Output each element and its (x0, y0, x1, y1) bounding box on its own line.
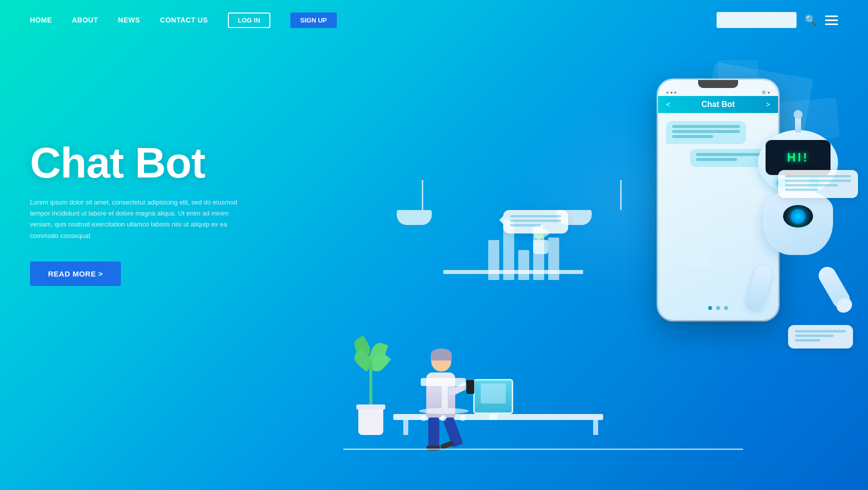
hamburger-line-3 (825, 24, 838, 25)
phone-notch (698, 80, 738, 88)
bubble-right1-line-2 (785, 180, 851, 182)
login-button[interactable]: LOG IN (228, 12, 270, 28)
chair-wheels (421, 415, 466, 421)
person-hair (431, 348, 452, 360)
office-scene (343, 150, 693, 450)
floor-line (343, 448, 743, 450)
phone-dot-3 (724, 306, 728, 310)
shelf-board (443, 270, 583, 274)
hero-description: Lorem ipsum dolor sit amet, consectetur … (30, 197, 240, 241)
hero-title: Chat Bot (30, 140, 280, 185)
phone-title: Chat Bot (702, 100, 735, 109)
bar-3 (518, 250, 529, 280)
robot-body (763, 190, 833, 255)
nav-about[interactable]: ABOUT (72, 16, 98, 24)
lamp-shade-left (397, 210, 432, 225)
shelf-plant (533, 240, 548, 254)
phone-status-bar: ● ● ● ⌘ ● (658, 88, 778, 96)
navbar: HOME ABOUT NEWS CONTACT US LOG IN SIGN U… (0, 0, 868, 40)
chat-line-2a (696, 153, 764, 156)
phone-wifi-icon: ⌘ ● (762, 90, 770, 95)
lamp-cord-right (620, 180, 622, 210)
chair-pole (442, 386, 448, 408)
chair-base (419, 408, 469, 414)
search-icon[interactable]: 🔍 (805, 14, 817, 26)
bubble-left-line-2 (510, 220, 561, 222)
desk-leg-left (403, 420, 408, 435)
robot-arm-right (816, 264, 853, 311)
wheel-m (440, 415, 446, 421)
robot-belly-glow (791, 209, 806, 224)
robot-hi-text: HI! (787, 150, 809, 164)
read-more-button[interactable]: READ MORE > (30, 262, 121, 286)
wheel-l (421, 415, 427, 421)
monitor-screen (481, 384, 506, 404)
lamp-right (573, 180, 668, 225)
hamburger-line-2 (825, 20, 838, 21)
chat-line-1c (672, 135, 713, 138)
chat-bubble-right-1 (778, 170, 858, 198)
shelf-pot (533, 240, 548, 254)
floor-plant (358, 408, 383, 435)
plant-pot (358, 408, 383, 435)
chair (421, 378, 469, 421)
wheel-r (460, 415, 466, 421)
search-input[interactable] (717, 12, 797, 28)
nav-links: HOME ABOUT NEWS CONTACT US LOG IN SIGN U… (30, 12, 337, 28)
hamburger-menu-button[interactable] (825, 16, 838, 25)
robot-belly (783, 205, 813, 228)
bubble-right2-line-1 (795, 330, 846, 332)
phone-dots-indicator: ● ● ● (666, 90, 677, 95)
phone-header: < Chat Bot > (658, 96, 778, 113)
bubble-right2-line-2 (795, 334, 834, 337)
nav-contact[interactable]: CONTACT US (160, 16, 208, 24)
bubble-left-line-3 (510, 224, 541, 226)
chat-line-1a (672, 125, 740, 128)
phone-dot-1 (708, 306, 712, 310)
monitor (473, 379, 513, 414)
leg-left (428, 418, 439, 448)
chat-bubble-right-2 (788, 325, 853, 348)
chat-line-2b (696, 158, 737, 161)
hero-illustration: ● ● ● ⌘ ● < Chat Bot > (318, 30, 868, 490)
phone-back-chevron[interactable]: < (666, 100, 670, 108)
monitor-stand (489, 414, 497, 420)
hamburger-line-1 (825, 16, 838, 17)
bar-1 (488, 240, 499, 280)
bubble-right1-line-4 (785, 188, 818, 191)
nav-news[interactable]: NEWS (118, 16, 140, 24)
lamp-left (413, 180, 432, 225)
bubble-right1-line-1 (785, 175, 851, 178)
bubble-right1-line-3 (785, 184, 838, 186)
bubble-left-line-1 (510, 215, 561, 218)
phone-forward-chevron[interactable]: > (766, 100, 770, 108)
chat-bubble-left (503, 210, 568, 234)
plant-stem (369, 362, 372, 408)
hero-content: Chat Bot Lorem ipsum dolor sit amet, con… (30, 140, 280, 286)
bubble-right2-line-3 (795, 339, 821, 342)
desk-leg-right (593, 420, 598, 435)
chair-seat (421, 378, 466, 386)
signup-button[interactable]: SIGN UP (290, 12, 337, 28)
nav-home[interactable]: HOME (30, 16, 52, 24)
robot-antenna (795, 115, 801, 132)
phone-chat-bubble-1 (666, 121, 746, 144)
lamp-cord-left (422, 180, 423, 210)
robot-hand-right (834, 296, 855, 316)
chat-line-1b (672, 130, 740, 133)
phone-dot-2 (716, 306, 720, 310)
nav-right: 🔍 (717, 12, 838, 28)
